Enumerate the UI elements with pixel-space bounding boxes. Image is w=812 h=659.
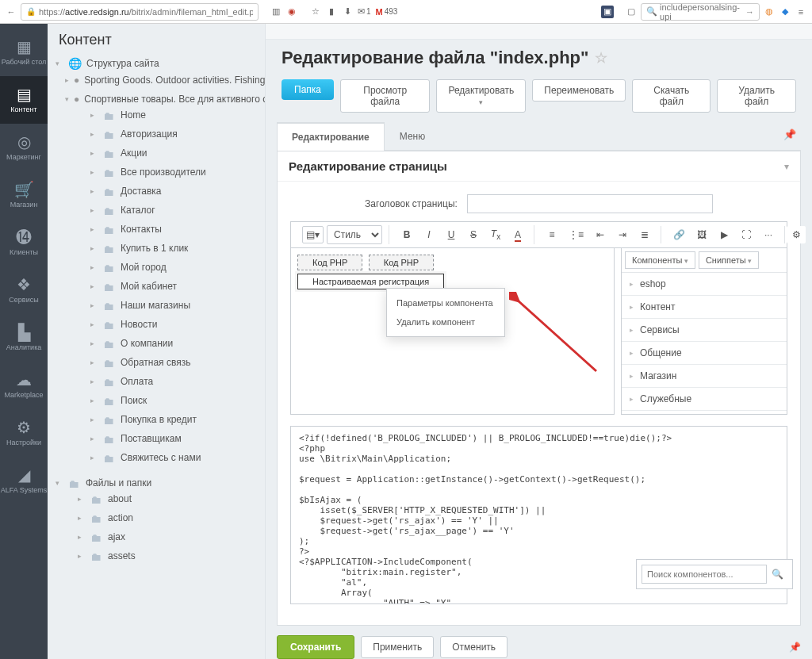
star-icon[interactable]: ☆ (309, 6, 322, 18)
tree-root[interactable]: ▾🌐Структура сайта (51, 56, 265, 71)
outdent-button[interactable]: ⇤ (591, 226, 610, 243)
tree-folder[interactable]: ▸🖿Наши магазины (51, 299, 265, 312)
tree-folder[interactable]: ▸🖿Все производители (51, 166, 265, 178)
tree-folder[interactable]: ▸🖿Покупка в кредит (51, 413, 265, 426)
view-file-button[interactable]: Просмотр файла (340, 79, 430, 113)
download-icon[interactable]: ⬇ (341, 6, 354, 18)
ctx-delete[interactable]: Удалить компонент (387, 312, 504, 331)
accord-общение[interactable]: ▸Общение (622, 342, 787, 365)
favorite-star-icon[interactable]: ☆ (595, 49, 607, 67)
tree-site[interactable]: ▾●Спортивные товары. Все для активного о… (51, 93, 265, 105)
tree-folder[interactable]: ▸🖿Каталог (51, 204, 265, 216)
tree-folder[interactable]: ▸🖿Свяжитесь с нами (51, 451, 265, 464)
accord-сервисы[interactable]: ▸Сервисы (622, 319, 787, 342)
tree-folder[interactable]: ▸🖿Авторизация (51, 128, 265, 140)
cancel-button[interactable]: Отменить (440, 636, 508, 658)
nav-аналитика[interactable]: ▙Аналитика (0, 314, 48, 362)
accord-eshop[interactable]: ▸eshop (622, 273, 787, 296)
component-search-input[interactable] (642, 565, 767, 584)
bookmark-icon[interactable]: ▮ (325, 6, 338, 18)
tree-folder[interactable]: ▸🖿action (51, 511, 265, 524)
underline-button[interactable]: U (442, 226, 461, 243)
edit-button[interactable]: Редактировать (436, 79, 526, 113)
nav-настройки[interactable]: ⚙Настройки (0, 409, 48, 457)
style-select[interactable]: Стиль (327, 225, 382, 244)
tree-folder[interactable]: ▸🖿Поиск (51, 394, 265, 407)
align-button[interactable]: ≣ (635, 226, 654, 243)
text-color-button[interactable]: A (508, 226, 527, 243)
url-bar[interactable]: 🔒 https://active.redsign.ru/bitrix/admin… (21, 3, 259, 21)
link-button[interactable]: 🔗 (669, 226, 689, 243)
nav-клиенты[interactable]: ⓮Клиенты (0, 219, 48, 266)
delete-file-button[interactable]: Удалить файл (717, 79, 796, 113)
indent-button[interactable]: ⇥ (613, 226, 632, 243)
ext3-icon[interactable]: ◍ (763, 6, 776, 18)
settings-gear-icon[interactable]: ⚙ (787, 226, 806, 243)
collapse-icon[interactable]: ▾ (784, 161, 789, 172)
clear-format-button[interactable]: Tx (486, 225, 505, 244)
php-component[interactable]: Код PHP (369, 255, 434, 270)
nav-сервисы[interactable]: ❖Сервисы (0, 266, 48, 314)
ext-icon[interactable]: ▣ (601, 6, 614, 18)
nav-alfa-systems[interactable]: ◢ALFA Systems (0, 457, 48, 504)
download-button[interactable]: Скачать файл (632, 79, 710, 113)
visual-editor[interactable]: Код PHP Код PHP Настраиваемая регистраци… (290, 248, 615, 415)
nav-marketplace[interactable]: ☁Marketplace (0, 362, 48, 409)
ul-button[interactable]: ⋮≡ (565, 226, 588, 243)
tree-folder[interactable]: ▸🖿Купить в 1 клик (51, 242, 265, 255)
fullscreen-button[interactable]: ⛶ (737, 226, 756, 243)
tree-site[interactable]: ▸●Sporting Goods. Outdoor activities. Fi… (51, 74, 265, 86)
ext2-icon[interactable]: ▢ (625, 6, 638, 18)
bold-button[interactable]: B (397, 226, 416, 243)
tree-folder[interactable]: ▸🖿Home (51, 109, 265, 121)
save-button[interactable]: Сохранить (277, 635, 354, 659)
rename-button[interactable]: Переименовать (532, 79, 626, 102)
strike-button[interactable]: S (464, 226, 483, 243)
pin-icon[interactable]: 📌 (783, 128, 796, 140)
nav-маркетинг[interactable]: ◎Маркетинг (0, 124, 48, 171)
accord-alfa-systems[interactable]: ▸ALFA Systems (622, 411, 787, 414)
ext4-icon[interactable]: ◆ (779, 6, 791, 18)
tree-folder[interactable]: ▸🖿Контакты (51, 223, 265, 236)
tree-folder[interactable]: ▸🖿Акции (51, 147, 265, 159)
tree-folder[interactable]: ▸🖿Оплата (51, 375, 265, 388)
tree-folder[interactable]: ▸🖿assets (51, 550, 265, 562)
register-component[interactable]: Настраиваемая регистрация (297, 274, 444, 289)
tree-folder[interactable]: ▸🖿Обратная связь (51, 356, 265, 369)
mode-button[interactable]: ▤▾ (302, 226, 324, 243)
addon-icon[interactable]: ▥ (270, 6, 282, 18)
tree-folder[interactable]: ▸🖿Мой кабинет (51, 280, 265, 293)
folder-button[interactable]: Папка (282, 79, 334, 100)
search-icon[interactable]: 🔍 (767, 565, 787, 584)
gmail-icon[interactable]: M493 (375, 6, 399, 18)
italic-button[interactable]: I (419, 226, 439, 243)
php-component[interactable]: Код PHP (297, 255, 362, 270)
image-button[interactable]: 🖼 (692, 226, 711, 243)
mail-icon[interactable]: ✉1 (357, 6, 372, 18)
pin-footer-icon[interactable]: 📌 (789, 642, 801, 653)
nav-контент[interactable]: ▤Контент (0, 76, 48, 124)
accord-контент[interactable]: ▸Контент (622, 296, 787, 319)
video-button[interactable]: ▶ (714, 226, 733, 243)
menu-icon[interactable]: ≡ (795, 6, 807, 18)
browser-search[interactable]: 🔍 includepersonalsing-upi → (641, 3, 760, 21)
tree-folder[interactable]: ▸🖿О компании (51, 337, 265, 350)
tree-files-root[interactable]: ▾🖿Файлы и папки (51, 477, 265, 489)
tree-folder[interactable]: ▸🖿ajax (51, 531, 265, 543)
snippets-tab[interactable]: Сниппеты (699, 251, 759, 269)
ctx-params[interactable]: Параметры компонента (387, 293, 504, 312)
tree-folder[interactable]: ▸🖿Мой город (51, 261, 265, 274)
page-title-input[interactable] (467, 194, 713, 213)
more-button[interactable]: ··· (759, 226, 778, 243)
nav-back[interactable]: ← (5, 6, 17, 18)
ublock-icon[interactable]: ◉ (285, 6, 298, 18)
tree-folder[interactable]: ▸🖿Доставка (51, 185, 265, 197)
tree-folder[interactable]: ▸🖿about (51, 492, 265, 505)
accord-магазин[interactable]: ▸Магазин (622, 365, 787, 388)
tree-folder[interactable]: ▸🖿Поставщикам (51, 432, 265, 445)
tab-menu[interactable]: Меню (385, 122, 440, 150)
ol-button[interactable]: ≡ (542, 226, 561, 243)
nav-рабочий-стол[interactable]: ▦Рабочий стол (0, 29, 48, 76)
tree-folder[interactable]: ▸🖿Новости (51, 318, 265, 331)
tab-edit[interactable]: Редактирование (277, 122, 385, 151)
